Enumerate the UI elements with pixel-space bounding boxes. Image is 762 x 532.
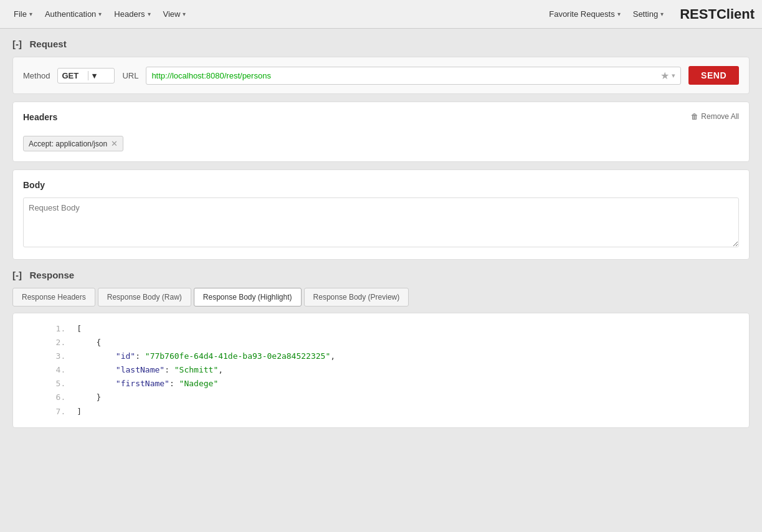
url-dropdown-icon[interactable]: ▾ (672, 72, 675, 80)
line-num-7: 7. (23, 405, 77, 419)
line-num-5: 5. (23, 377, 77, 391)
code-content-4: "lastName": "Schmitt", (77, 363, 739, 377)
nav-view[interactable]: View ▾ (157, 0, 193, 28)
line-num-4: 4. (23, 363, 77, 377)
nav-headers[interactable]: Headers ▾ (108, 0, 156, 28)
line-num-1: 1. (23, 322, 77, 336)
method-dropdown-arrow[interactable]: ▾ (88, 71, 110, 80)
nav-favorite-requests[interactable]: Favorite Requests ▾ (543, 0, 627, 28)
nav-setting-arrow: ▾ (660, 11, 664, 17)
response-title: Response (30, 270, 75, 280)
nav-view-label: View (163, 9, 181, 19)
code-line-6: 6. } (23, 391, 739, 404)
code-content-1: [ (77, 322, 739, 336)
code-content-6: } (77, 391, 739, 404)
code-line-1: 1. [ (23, 322, 739, 336)
tab-response-headers[interactable]: Response Headers (12, 288, 95, 306)
method-label: Method (23, 71, 50, 80)
code-content-7: ] (77, 405, 739, 419)
code-table: 1. [ 2. { 3. "id": "77b760fe-64d4-41de-b… (23, 322, 739, 419)
line-num-6: 6. (23, 391, 77, 404)
nav-headers-arrow: ▾ (148, 11, 151, 17)
headers-card-title: Headers (23, 112, 739, 122)
code-content-3: "id": "77b760fe-64d4-41de-ba93-0e2a84522… (77, 349, 739, 363)
response-section-header: [-] Response (12, 270, 750, 280)
line-num-2: 2. (23, 336, 77, 349)
request-section-header: [-] Request (12, 39, 750, 49)
tab-response-body-preview[interactable]: Response Body (Preview) (304, 288, 409, 306)
tab-response-body-highlight[interactable]: Response Body (Highlight) (194, 288, 302, 306)
topbar: File ▾ Authentication ▾ Headers ▾ View ▾… (0, 0, 762, 29)
tab-response-body-raw[interactable]: Response Body (Raw) (98, 288, 191, 306)
nav-headers-label: Headers (114, 9, 145, 19)
header-tag-accept: Accept: application/json ✕ (23, 136, 123, 151)
response-code-card: 1. [ 2. { 3. "id": "77b760fe-64d4-41de-b… (12, 313, 750, 428)
body-card: Body (12, 169, 750, 260)
nav-file-arrow: ▾ (29, 11, 32, 17)
code-line-5: 5. "firstName": "Nadege" (23, 377, 739, 391)
code-line-4: 4. "lastName": "Schmitt", (23, 363, 739, 377)
request-toggle[interactable]: [-] (12, 39, 22, 49)
body-textarea[interactable] (23, 197, 739, 247)
trash-icon: 🗑 (691, 112, 698, 121)
body-card-title: Body (23, 180, 739, 190)
header-tag-value: Accept: application/json (29, 140, 107, 148)
nav-authentication-label: Authentication (45, 9, 96, 19)
code-content-5: "firstName": "Nadege" (77, 377, 739, 391)
app-title: RESTClient (670, 6, 755, 22)
nav-setting[interactable]: Setting ▾ (627, 0, 670, 28)
nav-setting-label: Setting (633, 9, 658, 19)
remove-all-label: Remove All (701, 112, 739, 121)
code-content-2: { (77, 336, 739, 349)
nav-view-arrow: ▾ (183, 11, 186, 17)
request-section: [-] Request Method GET ▾ URL ★ ▾ SEND 🗑 (12, 39, 750, 260)
header-tag-close-icon[interactable]: ✕ (111, 139, 118, 148)
headers-card: 🗑 Remove All Headers Accept: application… (12, 102, 750, 162)
url-favorite-icon[interactable]: ★ (660, 70, 669, 82)
method-value: GET (62, 71, 84, 80)
code-line-2: 2. { (23, 336, 739, 349)
url-input-wrapper: ★ ▾ (146, 67, 681, 85)
code-line-3: 3. "id": "77b760fe-64d4-41de-ba93-0e2a84… (23, 349, 739, 363)
code-line-7: 7. ] (23, 405, 739, 419)
remove-all-button[interactable]: 🗑 Remove All (691, 112, 739, 121)
method-select[interactable]: GET ▾ (57, 68, 115, 83)
nav-authentication-arrow: ▾ (98, 11, 102, 17)
response-tabs: Response Headers Response Body (Raw) Res… (12, 288, 750, 306)
main-content: [-] Request Method GET ▾ URL ★ ▾ SEND 🗑 (0, 29, 762, 532)
nav-file[interactable]: File ▾ (7, 0, 39, 28)
url-input[interactable] (151, 71, 660, 80)
nav-favorite-requests-label: Favorite Requests (549, 9, 615, 19)
send-button[interactable]: SEND (688, 66, 739, 85)
line-num-3: 3. (23, 349, 77, 363)
nav-file-label: File (14, 9, 27, 19)
url-label: URL (122, 71, 138, 80)
nav-authentication[interactable]: Authentication ▾ (39, 0, 108, 28)
request-title: Request (30, 39, 67, 49)
response-toggle[interactable]: [-] (12, 270, 22, 280)
method-url-row: Method GET ▾ URL ★ ▾ SEND (12, 57, 750, 94)
response-section: [-] Response Response Headers Response B… (12, 270, 750, 428)
nav-favorite-requests-arrow: ▾ (617, 11, 621, 17)
